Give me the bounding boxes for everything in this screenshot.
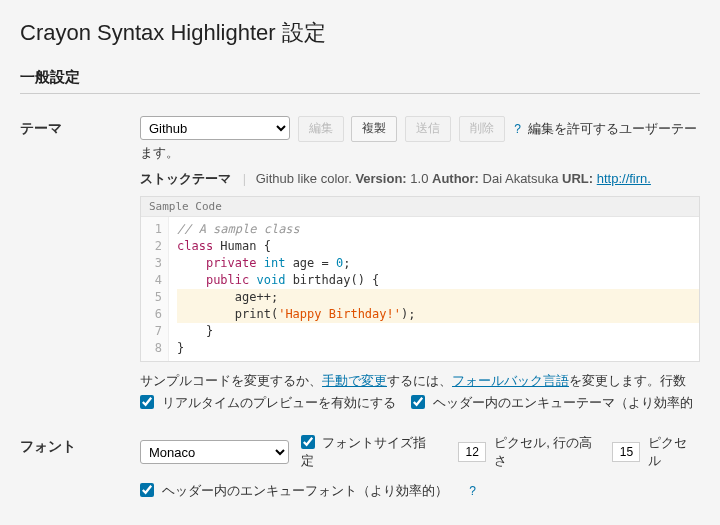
- help-icon[interactable]: ?: [514, 122, 521, 136]
- version-val: 1.0: [410, 171, 428, 186]
- send-button[interactable]: 送信: [405, 116, 451, 142]
- stock-theme-line: ストックテーマ | Github like color. Version: 1.…: [140, 170, 700, 188]
- enqueue-theme-checkbox[interactable]: [411, 395, 425, 409]
- page-title: Crayon Syntax Highlighter 設定: [20, 18, 700, 48]
- url-link[interactable]: http://firn.: [597, 171, 651, 186]
- font-px-trail: ピクセル: [648, 434, 700, 470]
- font-px-label: ピクセル, 行の高さ: [494, 434, 604, 470]
- realtime-preview-checkbox[interactable]: [140, 395, 154, 409]
- theme-select[interactable]: Github: [140, 116, 290, 140]
- author-key: Author:: [432, 171, 479, 186]
- stock-desc: Github like color.: [256, 171, 352, 186]
- theme-label: テーマ: [20, 116, 140, 138]
- font-size-checkbox[interactable]: [301, 435, 315, 449]
- font-select[interactable]: Monaco: [140, 440, 289, 464]
- stock-label: ストックテーマ: [140, 171, 231, 186]
- font-size-input[interactable]: [458, 442, 486, 462]
- delete-button[interactable]: 削除: [459, 116, 505, 142]
- allow-suffix-text: ます。: [140, 144, 700, 162]
- font-size-label[interactable]: フォントサイズ指定: [301, 434, 438, 470]
- realtime-preview-label[interactable]: リアルタイムのプレビューを有効にする: [140, 395, 399, 410]
- url-key: URL:: [562, 171, 593, 186]
- enqueue-theme-label[interactable]: ヘッダー内のエンキューテーマ（より効率的: [411, 395, 693, 410]
- section-general-heading: 一般設定: [20, 68, 700, 94]
- help-icon[interactable]: ?: [469, 484, 476, 498]
- fallback-lang-link[interactable]: フォールバック言語: [452, 373, 569, 388]
- manual-change-link[interactable]: 手動で変更: [322, 373, 387, 388]
- edit-button[interactable]: 編集: [298, 116, 344, 142]
- font-label: フォント: [20, 434, 140, 456]
- version-key: Version:: [355, 171, 406, 186]
- code-preview: Sample Code 12345678 // A sample classcl…: [140, 196, 700, 362]
- theme-row: テーマ Github 編集 複製 送信 削除 ? 編集を許可するユーザーテー ま…: [20, 116, 700, 412]
- code-gutter: 12345678: [141, 217, 169, 361]
- code-lines: // A sample classclass Human { private i…: [169, 217, 699, 361]
- code-preview-title: Sample Code: [141, 197, 699, 217]
- enqueue-font-checkbox[interactable]: [140, 483, 154, 497]
- duplicate-button[interactable]: 複製: [351, 116, 397, 142]
- author-val: Dai Akatsuka: [483, 171, 559, 186]
- edit-allow-text: 編集を許可するユーザーテー: [528, 121, 697, 136]
- preview-change-text: サンプルコードを変更するか、手動で変更するには、フォールバック言語を変更します。…: [140, 372, 700, 390]
- line-height-input[interactable]: [612, 442, 640, 462]
- font-row: フォント Monaco フォントサイズ指定 ピクセル, 行の高さ ピクセル ヘッ…: [20, 434, 700, 500]
- enqueue-font-label[interactable]: ヘッダー内のエンキューフォント（より効率的）: [140, 483, 451, 498]
